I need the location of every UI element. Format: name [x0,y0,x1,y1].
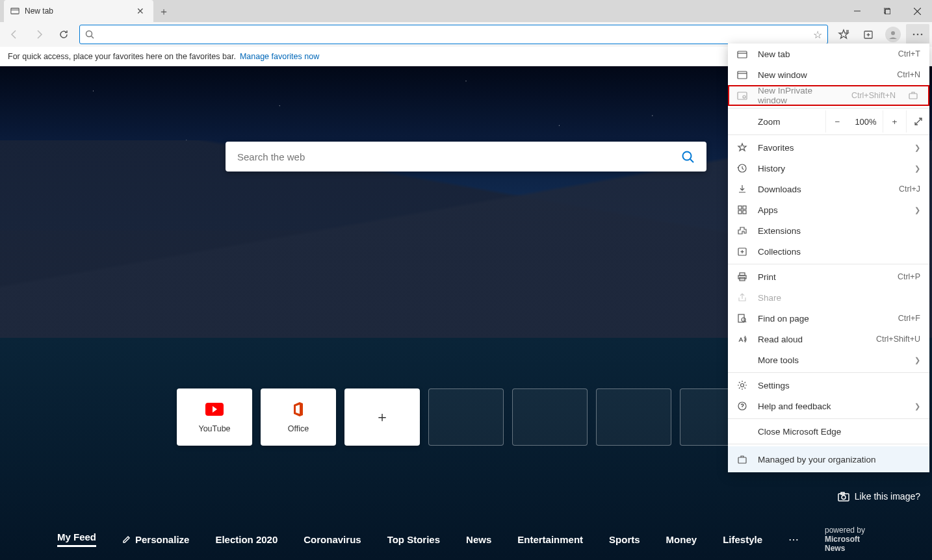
svg-rect-33 [743,206,746,209]
tab-icon [10,6,19,16]
print-icon [737,272,749,282]
menu-separator [728,418,929,419]
svg-point-8 [86,31,92,37]
feed-item[interactable]: News [466,534,491,545]
apps-icon [737,205,749,215]
menu-favorites[interactable]: Favorites ❯ [728,137,929,158]
feed-item[interactable]: Entertainment [517,534,583,545]
ntp-search-input[interactable] [237,151,680,162]
tile-empty[interactable] [512,388,588,446]
share-icon [737,292,749,303]
menu-extensions[interactable]: Extensions [728,220,929,241]
pencil-icon [122,535,131,544]
maximize-button[interactable] [872,0,902,22]
history-icon [737,163,749,173]
manage-favorites-link[interactable]: Manage favorites now [240,52,319,61]
menu-inprivate[interactable]: New InPrivate window Ctrl+Shift+N [728,85,929,106]
camera-icon [838,491,849,502]
fullscreen-button[interactable] [906,110,929,133]
tile-label: Office [288,424,309,433]
tile-empty[interactable] [596,388,671,446]
svg-line-44 [745,321,746,322]
menu-separator [728,134,929,135]
menu-new-window[interactable]: New window Ctrl+N [728,64,929,85]
briefcase-icon [909,92,920,99]
profile-button[interactable] [881,24,905,45]
menu-collections[interactable]: Collections [728,241,929,262]
feed-item[interactable]: Sports [609,534,640,545]
svg-rect-32 [738,206,742,209]
collections-icon [737,246,749,257]
search-icon[interactable] [680,149,695,164]
svg-rect-39 [740,273,745,275]
feed-my-feed[interactable]: My Feed [57,531,96,547]
address-bar[interactable]: ☆ [79,25,828,44]
svg-line-20 [690,159,693,162]
svg-point-17 [917,34,919,36]
tile-add[interactable]: ＋ [344,388,420,446]
refresh-button[interactable] [52,24,75,45]
svg-rect-4 [885,9,890,14]
menu-separator [728,444,929,444]
zoom-out-button[interactable]: − [825,110,849,133]
tile-office[interactable]: Office [261,388,336,446]
menu-downloads[interactable]: Downloads Ctrl+J [728,179,929,199]
feed-item[interactable]: Coronavirus [304,534,361,545]
chevron-right-icon: ❯ [914,206,920,214]
tab-close-icon[interactable]: ✕ [134,5,147,18]
feed-item[interactable]: Top Stories [387,534,440,545]
feed-more-icon[interactable]: ⋯ [788,533,799,546]
new-tab-button[interactable]: ＋ [153,1,174,22]
window-close-button[interactable] [902,0,932,22]
menu-find[interactable]: Find on page Ctrl+F [728,308,929,329]
tile-youtube[interactable]: YouTube [177,388,252,446]
menu-settings[interactable]: Settings [728,375,929,396]
svg-rect-35 [743,210,746,214]
like-image-button[interactable]: Like this image? [838,491,920,502]
menu-close-edge[interactable]: Close Microsoft Edge [728,421,929,442]
ntp-search-box[interactable] [226,142,706,172]
address-input[interactable] [99,29,808,40]
menu-help[interactable]: Help and feedback ❯ [728,396,929,416]
menu-separator [728,264,929,264]
window-icon [737,70,749,79]
like-image-label: Like this image? [855,491,920,502]
browser-tab[interactable]: New tab ✕ [4,0,153,22]
menu-share: Share [728,287,929,308]
titlebar: New tab ✕ ＋ [0,0,932,22]
feed-personalize[interactable]: Personalize [122,534,189,545]
more-button[interactable] [906,24,929,45]
search-icon [85,30,94,39]
svg-point-29 [743,95,745,98]
menu-history[interactable]: History ❯ [728,158,929,179]
svg-rect-24 [738,51,747,58]
svg-line-9 [92,36,94,39]
svg-point-15 [891,31,895,35]
feed-item[interactable]: Money [666,534,697,545]
feed-item[interactable]: Lifestyle [723,534,762,545]
favorite-star-icon[interactable]: ☆ [813,29,822,41]
powered-by: powered by Microsoft News [825,526,875,553]
menu-more-tools[interactable]: More tools ❯ [728,350,929,370]
svg-point-19 [683,152,692,160]
forward-button[interactable] [27,24,51,45]
zoom-value: 100% [849,117,883,127]
help-icon [737,401,749,411]
svg-rect-0 [11,8,19,14]
menu-new-tab[interactable]: New tab Ctrl+T [728,44,929,64]
feed-item[interactable]: Election 2020 [215,534,278,545]
back-button[interactable] [3,24,26,45]
menu-read-aloud[interactable]: Read aloud Ctrl+Shift+U [728,329,929,350]
collections-button[interactable] [857,24,880,45]
zoom-in-button[interactable]: + [883,110,906,133]
extensions-icon [737,225,749,236]
tile-empty[interactable] [428,388,504,446]
minimize-button[interactable] [842,0,872,22]
menu-managed[interactable]: Managed by your organization [728,446,929,472]
menu-apps[interactable]: Apps ❯ [728,199,929,220]
gear-icon [737,380,749,390]
svg-rect-30 [909,94,917,99]
tab-title: New tab [25,6,53,16]
favorites-button[interactable] [832,24,855,45]
menu-print[interactable]: Print Ctrl+P [728,266,929,287]
